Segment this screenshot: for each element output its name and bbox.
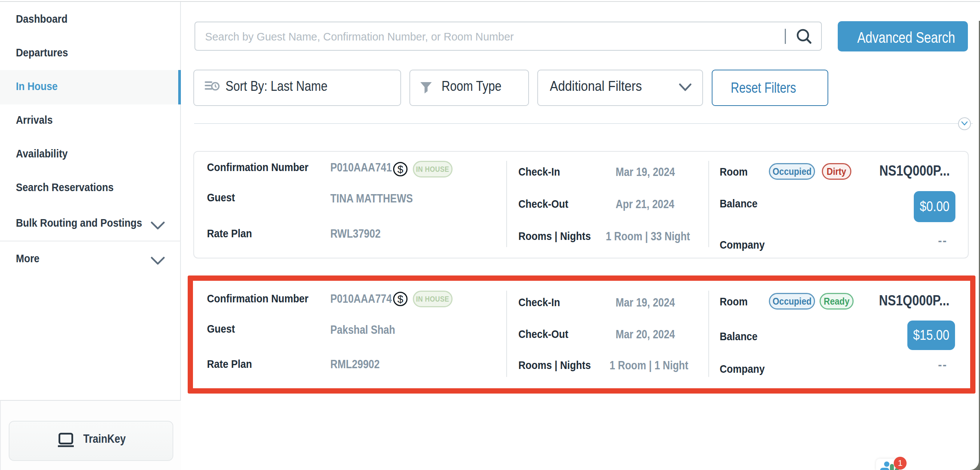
svg-text:$: $ — [397, 293, 403, 305]
svg-text:$: $ — [397, 164, 403, 175]
